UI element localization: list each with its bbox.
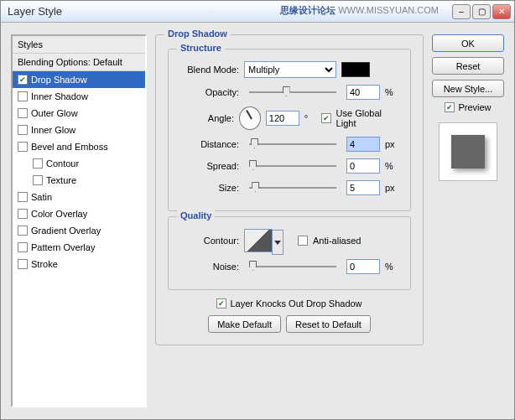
style-item-bevel-and-emboss[interactable]: Bevel and Emboss	[13, 138, 145, 155]
size-unit: px	[385, 183, 398, 193]
spread-slider[interactable]	[249, 160, 336, 172]
blend-mode-select[interactable]: Multiply	[244, 61, 336, 78]
style-label: Inner Shadow	[31, 91, 88, 101]
antialiased-label: Anti-aliased	[313, 236, 361, 246]
style-checkbox[interactable]	[18, 226, 28, 236]
style-item-inner-glow[interactable]: Inner Glow	[13, 122, 145, 138]
style-label: Stroke	[31, 259, 58, 269]
angle-input[interactable]	[266, 111, 299, 126]
blending-options[interactable]: Blending Options: Default	[13, 54, 145, 71]
layer-style-window: Layer Style 思缘设计论坛 WWW.MISSYUAN.COM – ▢ …	[0, 0, 515, 420]
angle-label: Angle:	[180, 113, 234, 123]
drop-shadow-title: Drop Shadow	[164, 29, 231, 39]
make-default-button[interactable]: Make Default	[208, 315, 281, 333]
style-checkbox[interactable]	[18, 91, 28, 101]
size-slider[interactable]	[249, 182, 336, 194]
spread-input[interactable]	[346, 158, 380, 174]
style-checkbox[interactable]	[18, 75, 28, 85]
style-item-texture[interactable]: Texture	[13, 172, 145, 189]
style-label: Inner Glow	[31, 125, 75, 135]
style-label: Outer Glow	[31, 108, 78, 118]
window-title: Layer Style	[8, 5, 62, 18]
styles-header[interactable]: Styles	[13, 36, 145, 54]
blend-mode-label: Blend Mode:	[180, 65, 239, 75]
size-input[interactable]	[346, 180, 380, 195]
style-label: Drop Shadow	[31, 75, 87, 85]
spread-unit: %	[385, 161, 398, 171]
quality-title: Quality	[177, 210, 215, 220]
style-checkbox[interactable]	[18, 142, 28, 152]
preview-box	[439, 122, 497, 181]
antialiased-checkbox[interactable]	[298, 236, 308, 246]
use-global-light-label: Use Global Light	[336, 108, 398, 128]
structure-title: Structure	[177, 43, 225, 53]
noise-input[interactable]	[346, 259, 380, 274]
style-checkbox[interactable]	[18, 242, 28, 252]
style-checkbox[interactable]	[18, 108, 28, 118]
style-item-pattern-overlay[interactable]: Pattern Overlay	[13, 239, 145, 256]
content: Styles Blending Options: Default Drop Sh…	[1, 23, 514, 419]
style-label: Pattern Overlay	[31, 242, 95, 252]
style-checkbox[interactable]	[33, 175, 43, 185]
knocks-out-label: Layer Knocks Out Drop Shadow	[230, 298, 362, 309]
style-item-inner-shadow[interactable]: Inner Shadow	[13, 88, 145, 105]
use-global-light-checkbox[interactable]	[321, 113, 330, 123]
window-buttons: – ▢ ✕	[452, 4, 511, 19]
preview-swatch	[451, 135, 485, 169]
angle-unit: °	[304, 113, 317, 123]
preview-label: Preview	[458, 102, 491, 112]
style-label: Texture	[46, 175, 76, 185]
ok-button[interactable]: OK	[432, 34, 504, 52]
style-checkbox[interactable]	[18, 259, 28, 269]
style-item-color-overlay[interactable]: Color Overlay	[13, 205, 145, 222]
quality-group: Quality Contour: Anti-aliased Noise: %	[168, 216, 411, 290]
style-label: Satin	[31, 192, 52, 202]
style-item-satin[interactable]: Satin	[13, 189, 145, 205]
opacity-input[interactable]	[346, 85, 380, 100]
style-label: Gradient Overlay	[31, 226, 101, 236]
contour-label: Contour:	[180, 236, 239, 246]
structure-group: Structure Blend Mode: Multiply Opacity: …	[168, 49, 411, 211]
style-item-gradient-overlay[interactable]: Gradient Overlay	[13, 222, 145, 239]
knocks-out-checkbox[interactable]	[216, 298, 226, 309]
style-item-drop-shadow[interactable]: Drop Shadow	[13, 71, 145, 88]
spread-label: Spread:	[180, 161, 239, 171]
opacity-unit: %	[385, 87, 398, 97]
size-label: Size:	[180, 183, 239, 193]
distance-input[interactable]	[346, 137, 380, 152]
reset-default-button[interactable]: Reset to Default	[286, 315, 371, 333]
noise-unit: %	[385, 262, 398, 272]
style-item-stroke[interactable]: Stroke	[13, 256, 145, 272]
noise-slider[interactable]	[249, 261, 336, 272]
style-label: Bevel and Emboss	[31, 142, 108, 152]
titlebar: Layer Style 思缘设计论坛 WWW.MISSYUAN.COM – ▢ …	[1, 1, 514, 23]
distance-label: Distance:	[180, 139, 239, 149]
contour-picker[interactable]	[244, 229, 273, 252]
angle-dial[interactable]	[239, 106, 261, 130]
close-button[interactable]: ✕	[492, 4, 511, 19]
style-checkbox[interactable]	[18, 192, 28, 202]
settings-panel: Drop Shadow Structure Blend Mode: Multip…	[155, 34, 424, 407]
style-checkbox[interactable]	[18, 125, 28, 135]
right-panel: OK Reset New Style... Preview	[432, 34, 504, 407]
style-checkbox[interactable]	[18, 209, 28, 219]
minimize-button[interactable]: –	[452, 4, 471, 19]
noise-label: Noise:	[180, 262, 239, 272]
styles-panel: Styles Blending Options: Default Drop Sh…	[11, 34, 147, 407]
opacity-label: Opacity:	[180, 87, 239, 97]
style-item-outer-glow[interactable]: Outer Glow	[13, 105, 145, 122]
style-item-contour[interactable]: Contour	[13, 155, 145, 172]
style-label: Contour	[46, 158, 79, 169]
style-label: Color Overlay	[31, 209, 87, 219]
opacity-slider[interactable]	[249, 86, 336, 98]
reset-button[interactable]: Reset	[432, 57, 504, 75]
shadow-color-swatch[interactable]	[341, 62, 370, 77]
preview-checkbox[interactable]	[445, 102, 455, 112]
distance-unit: px	[385, 139, 398, 149]
new-style-button[interactable]: New Style...	[432, 80, 504, 97]
maximize-button[interactable]: ▢	[472, 4, 491, 19]
distance-slider[interactable]	[249, 138, 336, 150]
drop-shadow-group: Drop Shadow Structure Blend Mode: Multip…	[155, 34, 424, 345]
style-checkbox[interactable]	[33, 158, 43, 169]
watermark: 思缘设计论坛 WWW.MISSYUAN.COM	[280, 4, 439, 17]
